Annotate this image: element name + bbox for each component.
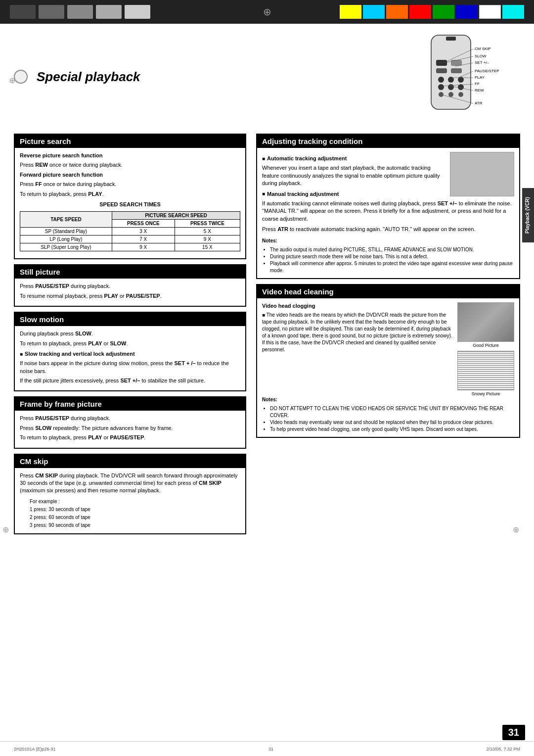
left-column: Picture search Reverse picture search fu…: [14, 134, 246, 539]
table-row: SLP (Super Long Play) 9 X 15 X: [20, 243, 240, 251]
table-row: LP (Long Play) 7 X 9 X: [20, 236, 240, 243]
page-title: Special playback: [14, 69, 140, 85]
speed-sp: SP (Standard Play): [20, 228, 112, 236]
main-content: ⊕ Special playback: [0, 24, 534, 559]
video-head-cleaning-section: Video head cleaning Good Picture Snowy P…: [256, 284, 520, 438]
speed-heading: SPEED SEARCH TIMES: [20, 201, 240, 208]
reverse-text: Press REW once or twice during playback.: [20, 161, 240, 169]
forward-text2: To return to playback, press PLAY.: [20, 190, 240, 198]
color-bar-blue: [456, 5, 478, 19]
header-block-1: [10, 5, 36, 19]
left-crosshair: ⊕: [9, 76, 15, 85]
snowy-picture-label: Snowy Picture: [457, 391, 514, 396]
sub-col1: PRESS ONCE: [112, 220, 175, 228]
slow-text1: During playback press SLOW.: [20, 330, 240, 337]
picture-search-title: Picture search: [15, 135, 245, 148]
tracking-note-3: Playback will commence after approx. 5 m…: [270, 260, 514, 274]
frame-text2: Press SLOW repeatedly: The picture advan…: [20, 425, 240, 432]
cm-skip-content: Press CM SKIP during playback. The DVD/V…: [15, 468, 245, 533]
forward-text1: Press FF once or twice during playback.: [20, 181, 240, 188]
header-block-3: [67, 5, 93, 19]
still-picture-section: Still picture Press PAUSE/STEP during pl…: [14, 264, 246, 307]
video-notes-list: DO NOT ATTEMPT TO CLEAN THE VIDEO HEADS …: [262, 405, 514, 433]
color-bar-orange: [386, 5, 408, 19]
col2-header: PICTURE SEARCH SPEED: [112, 212, 240, 220]
svg-text:SLOW: SLOW: [475, 54, 487, 58]
cm-skip-section: CM skip Press CM SKIP during playback. T…: [14, 454, 246, 534]
adjusting-tracking-section: Adjusting tracking condition Automatic t…: [256, 134, 520, 279]
video-notes: Notes: DO NOT ATTEMPT TO CLEAN THE VIDEO…: [262, 396, 514, 433]
footer-center: 31: [268, 747, 273, 752]
once-slp: 9 X: [112, 243, 175, 251]
tracking-note-1: The audio output is muted during PICTURE…: [270, 246, 514, 253]
remote-diagram-area: CM SKIP SLOW SET +/– PAUSE/STEP PLAY FF …: [401, 33, 500, 128]
reverse-heading: Reverse picture search function: [20, 152, 103, 158]
svg-rect-14: [446, 37, 456, 41]
lock-text2: If the still picture jitters excessively…: [20, 377, 240, 384]
clogging-heading: Video head clogging: [262, 303, 315, 309]
twice-slp: 15 X: [175, 243, 240, 251]
svg-text:PAUSE/STEP: PAUSE/STEP: [475, 69, 499, 73]
title-emblem: [14, 70, 28, 84]
video-notes-title: Notes:: [262, 396, 514, 403]
cm-example-1: 1 press: 30 seconds of tape: [30, 507, 90, 512]
color-bar-white: [479, 5, 501, 19]
table-row: SP (Standard Play) 3 X 5 X: [20, 228, 240, 236]
speed-slp: SLP (Super Long Play): [20, 243, 112, 251]
frame-by-frame-content: Press PAUSE/STEP during playback. Press …: [15, 411, 245, 447]
header-left-blocks: [10, 5, 150, 19]
page-title-text: Special playback: [37, 69, 140, 85]
speed-lp: LP (Long Play): [20, 236, 112, 243]
footer-left: 2H20101A (E)p26-31: [14, 747, 56, 752]
color-bar-cyan: [363, 5, 385, 19]
picture-search-content: Reverse picture search function Press RE…: [15, 148, 245, 258]
page-number: 31: [502, 725, 525, 740]
still-text2: To resume normal playback, press PLAY or…: [20, 292, 240, 300]
video-head-cleaning-content: Good Picture Snowy Picture Video head cl…: [257, 298, 519, 437]
svg-rect-3: [436, 68, 447, 73]
slow-text2: To return to playback, press PLAY or SLO…: [20, 340, 240, 347]
tracking-notes: Notes: The audio output is muted during …: [262, 237, 514, 274]
good-picture-label: Good Picture: [457, 343, 514, 348]
svg-point-8: [438, 84, 444, 90]
right-column: Adjusting tracking condition Automatic t…: [256, 134, 520, 539]
video-images-pair: Good Picture Snowy Picture: [457, 302, 514, 396]
bottom-left-crosshair: ⊕: [2, 525, 9, 534]
cm-example-2: 2 press: 60 seconds of tape: [30, 515, 90, 520]
svg-point-13: [458, 92, 463, 97]
header-right-colors: [340, 5, 524, 19]
tracking-notes-title: Notes:: [262, 237, 514, 244]
slow-motion-title: Slow motion: [15, 313, 245, 326]
cm-skip-title: CM skip: [15, 455, 245, 468]
svg-rect-4: [451, 68, 462, 73]
frame-text3: To return to playback, press PLAY or PAU…: [20, 434, 240, 441]
snowy-picture-image: [457, 351, 514, 390]
footer-bar: 2H20101A (E)p26-31 31 2/10/05, 7:32 PM: [0, 741, 534, 756]
bottom-right-crosshair: ⊕: [513, 525, 519, 534]
header-block-4: [96, 5, 122, 19]
twice-lp: 9 X: [175, 236, 240, 243]
slow-motion-content: During playback press SLOW. To return to…: [15, 326, 245, 390]
svg-rect-1: [436, 60, 447, 66]
tracking-note-2: During picture search mode there will be…: [270, 253, 514, 260]
cm-skip-text1: Press CM SKIP during playback. The DVD/V…: [20, 472, 240, 495]
footer-right: 2/10/05, 7:32 PM: [486, 747, 520, 752]
picture-search-section: Picture search Reverse picture search fu…: [14, 134, 246, 259]
color-bar-red: [409, 5, 431, 19]
good-picture-image: [457, 302, 514, 342]
col1-header: TAPE SPEED: [20, 212, 112, 228]
frame-by-frame-title: Frame by frame picture: [15, 397, 245, 411]
svg-rect-2: [451, 60, 462, 66]
speed-table: TAPE SPEED PICTURE SEARCH SPEED PRESS ON…: [20, 211, 240, 251]
sub-col2: PRESS TWICE: [175, 220, 240, 228]
still-picture-title: Still picture: [15, 265, 245, 279]
examples-label: For example :: [30, 499, 60, 504]
video-note-2: Video heads may eventually wear out and …: [270, 419, 514, 426]
lock-text1: If noise bars appear in the picture duri…: [20, 360, 240, 375]
still-text1: Press PAUSE/STEP during playback.: [20, 283, 240, 290]
good-picture-container: Good Picture: [457, 302, 514, 348]
slow-motion-section: Slow motion During playback press SLOW. …: [14, 312, 246, 391]
manual-text1: If automatic tracking cannot eliminate n…: [262, 200, 514, 223]
frame-by-frame-section: Frame by frame picture Press PAUSE/STEP …: [14, 396, 246, 448]
center-crosshair: ⊕: [263, 6, 271, 18]
